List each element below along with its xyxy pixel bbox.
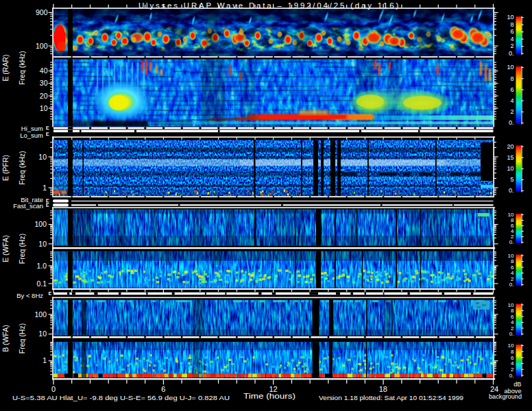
svg-text:100: 100 — [34, 220, 47, 228]
svg-text:6: 6 — [510, 86, 513, 93]
svg-text:10: 10 — [38, 153, 47, 161]
svg-text:Freq (Hz): Freq (Hz) — [18, 323, 26, 353]
svg-text:15: 15 — [507, 154, 513, 161]
svg-text:20: 20 — [40, 92, 48, 100]
svg-text:E (WFA): E (WFA) — [1, 235, 10, 262]
svg-text:1: 1 — [43, 184, 47, 192]
svg-text:0: 0 — [51, 385, 56, 393]
svg-text:20: 20 — [507, 143, 513, 150]
svg-text:10: 10 — [507, 64, 513, 71]
svg-text:10: 10 — [38, 329, 47, 338]
svg-text:24: 24 — [490, 385, 498, 393]
svg-text:10: 10 — [507, 165, 513, 172]
svg-text:E (PFR): E (PFR) — [1, 155, 10, 181]
svg-text:10: 10 — [38, 240, 47, 248]
svg-text:Lo_sum: Lo_sum — [20, 132, 43, 139]
svg-text:0.: 0. — [509, 50, 514, 57]
svg-text:0.: 0. — [509, 239, 514, 245]
svg-text:10: 10 — [508, 342, 514, 349]
svg-text:2: 2 — [510, 42, 513, 49]
svg-text:6: 6 — [511, 355, 514, 361]
svg-text:10: 10 — [507, 14, 513, 21]
svg-text:4: 4 — [510, 36, 513, 42]
svg-text:6: 6 — [161, 385, 165, 393]
svg-text:Version 1.18 plotted: Sat Apr: Version 1.18 plotted: Sat Apr 10 01:52:5… — [319, 395, 463, 401]
svg-text:E (RAR): E (RAR) — [1, 54, 10, 81]
svg-text:1: 1 — [43, 356, 47, 364]
svg-text:U-S=5.38 AU Hlat_U= -9.8 deg: U-S=5.38 AU Hlat_U= -9.8 deg U-S-E= 56.9… — [12, 395, 230, 401]
svg-text:4: 4 — [510, 97, 513, 104]
svg-text:B (WFA): B (WFA) — [1, 325, 10, 352]
svg-text:0.: 0. — [509, 119, 514, 126]
svg-text:8: 8 — [510, 75, 513, 82]
svg-text:Freq (kHz): Freq (kHz) — [18, 51, 26, 85]
svg-text:0.: 0. — [509, 282, 514, 288]
svg-text:10: 10 — [40, 104, 48, 112]
svg-text:4: 4 — [511, 360, 514, 366]
svg-text:8: 8 — [510, 21, 513, 28]
svg-text:40: 40 — [40, 66, 48, 75]
svg-text:5: 5 — [510, 176, 513, 183]
svg-text:30: 30 — [40, 79, 48, 87]
svg-text:By < 8Hz: By < 8Hz — [16, 292, 43, 299]
svg-text:background: background — [489, 393, 522, 400]
svg-text:2: 2 — [511, 366, 514, 373]
svg-text:0.: 0. — [509, 187, 514, 194]
svg-text:0.: 0. — [509, 373, 514, 379]
svg-text:dB: dB — [513, 381, 521, 388]
svg-text:Ulysses URAP Wave Data – 1992/: Ulysses URAP Wave Data – 1992/04/25 (day… — [138, 1, 400, 10]
svg-text:0.1: 0.1 — [36, 279, 47, 288]
svg-text:Fast_scan: Fast_scan — [13, 202, 43, 210]
svg-text:1.0: 1.0 — [36, 262, 47, 270]
svg-text:100: 100 — [34, 310, 47, 319]
svg-text:18: 18 — [379, 385, 387, 393]
svg-text:100: 100 — [36, 42, 48, 50]
svg-text:Freq (Hz): Freq (Hz) — [18, 234, 26, 264]
svg-text:Freq (kHz): Freq (kHz) — [18, 151, 26, 185]
svg-text:900: 900 — [36, 8, 48, 16]
svg-text:6: 6 — [510, 28, 513, 35]
svg-text:2: 2 — [510, 108, 513, 115]
svg-text:Time (hours): Time (hours) — [243, 392, 295, 400]
svg-text:8: 8 — [511, 349, 514, 355]
svg-text:0.: 0. — [509, 331, 514, 337]
